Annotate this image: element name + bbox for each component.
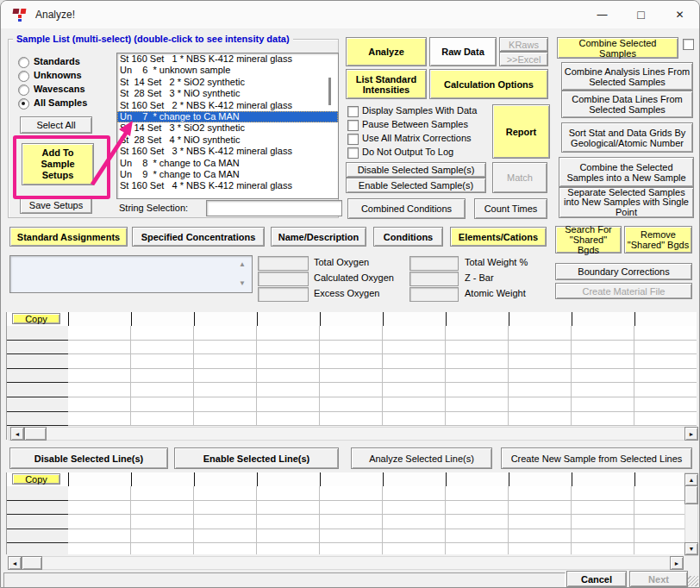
app-icon [12,7,28,22]
combine-analysis-lines-button[interactable]: Combine Analysis Lines From Selected Sam… [561,62,693,91]
sample-list-item[interactable]: Un 6 * unknown sample [117,65,338,76]
radio-all-samples-label[interactable]: All Samples [34,97,87,108]
sample-list-item[interactable]: St 28 Set 4 * NiO synthetic [117,134,338,146]
z-bar-label: Z - Bar [465,272,494,283]
sample-list-item[interactable]: St 160 Set 3 * NBS K-412 mineral glass [117,146,338,157]
data-grid-vscroll-thumb[interactable] [684,485,698,504]
string-selection-label: String Selection: [119,203,188,213]
analyze-selected-lines-button[interactable]: Analyze Selected Line(s) [351,447,492,469]
checkbox-use-all-matrix-corrections-label[interactable]: Use All Matrix Corrections [362,133,472,143]
raw-data-button[interactable]: Raw Data [429,37,497,66]
radio-unknowns-label[interactable]: Unknowns [34,70,82,80]
status-panel [3,572,566,588]
scrollbar-thumb[interactable] [328,78,331,105]
combine-into-new-sample-button[interactable]: Combine the Selected Samples into a New … [559,157,694,187]
radio-all-samples[interactable] [18,98,29,109]
separate-selected-samples-button[interactable]: Separate Selected Samples into New Sampl… [559,187,694,218]
stat-grid-body[interactable] [68,326,697,426]
radio-wavescans-label[interactable]: Wavescans [34,84,85,94]
sample-list-item[interactable]: Un 8 * change to Ca MAN [117,158,338,169]
data-grid-body[interactable] [68,486,684,554]
standard-assignments-button[interactable]: Standard Assignments [9,227,128,247]
checkbox-display-samples-with-data-label[interactable]: Display Samples With Data [362,105,477,116]
scroll-right-icon[interactable]: ► [670,556,684,570]
scroll-left-icon[interactable]: ◄ [8,556,22,570]
data-grid-hscrollbar[interactable] [8,556,684,570]
scroll-down-icon[interactable]: ▼ [684,542,698,555]
sample-list-item[interactable]: St 160 Set 2 * NBS K-412 mineral glass [117,100,338,111]
radio-standards[interactable] [18,57,29,68]
name-description-button[interactable]: Name/Description [271,227,366,247]
count-times-button[interactable]: Count Times [474,198,547,219]
string-selection-input[interactable] [206,200,342,216]
enable-selected-samples-button[interactable]: Enable Selected Sample(s) [346,178,486,193]
checkbox-do-not-output-to-log[interactable] [347,147,359,159]
sample-list-item[interactable]: St 28 Set 3 * NiO synthetic [117,88,338,99]
checkbox-pause-between-samples-label[interactable]: Pause Between Samples [362,119,468,129]
data-grid-copy-button[interactable]: Copy [12,473,60,485]
analyze-button[interactable]: Analyze [346,37,427,66]
specified-concentrations-button[interactable]: Specified Concentrations [132,227,265,247]
checkbox-do-not-output-to-log-label[interactable]: Do Not Output To Log [362,147,453,157]
close-button[interactable]: ✕ [660,1,699,28]
create-new-sample-from-lines-button[interactable]: Create New Sample from Selected Lines [501,447,692,469]
match-button: Match [492,162,547,193]
checkbox-use-all-matrix-corrections[interactable] [347,134,359,145]
stat-grid-copy-button[interactable]: Copy [12,313,60,324]
disable-selected-lines-button[interactable]: Disable Selected Line(s) [9,447,168,469]
scroll-left-icon[interactable]: ◄ [10,427,24,441]
save-setups-button[interactable]: Save Setups [20,196,92,214]
disable-selected-samples-button[interactable]: Disable Selected Sample(s) [346,162,486,178]
scroll-up-icon: ▲ [239,261,246,268]
sort-stat-data-grids-button[interactable]: Sort Stat and Data Grids By Geological/A… [561,122,693,153]
sample-list-item[interactable]: Un 7 * change to Ca MAN [117,111,338,122]
resize-grip[interactable] [688,576,698,586]
cancel-button[interactable]: Cancel [566,571,627,587]
maximize-button[interactable]: □ [622,1,660,28]
data-grid-hscroll-thumb[interactable] [22,556,42,570]
sample-list-item[interactable]: St 160 Set 1 * NBS K-412 mineral glass [117,53,338,65]
calculation-options-button[interactable]: Calculation Options [429,69,548,99]
sample-list-item[interactable]: St 14 Set 2 * SiO2 synthetic [117,77,338,88]
stat-grid-hscroll-thumb[interactable] [24,427,47,441]
titlebar: Analyze! — □ ✕ [1,1,699,28]
data-grid: Copy ▲ ▼ [6,472,697,554]
sample-list-item[interactable]: St 160 Set 4 * NBS K-412 mineral glass [117,180,338,191]
stat-grid-hscrollbar[interactable] [9,427,698,441]
combine-selected-samples-button[interactable]: Combine Selected Samples [557,37,678,59]
checkbox-pause-between-samples[interactable] [347,120,359,131]
checkbox-display-samples-with-data[interactable] [347,106,359,117]
scroll-right-icon[interactable]: ► [684,427,698,441]
stat-grid-row-headers[interactable] [7,326,69,426]
sample-list-item[interactable]: Un 9 * change to Ca MAN [117,169,338,180]
remove-shared-bgds-button[interactable]: Remove "Shared" Bgds [624,226,692,253]
excel-button: >>Excel [499,52,548,66]
select-all-button[interactable]: Select All [20,116,92,134]
sample-list-item[interactable]: St 14 Set 3 * SiO2 synthetic [117,122,338,134]
atomic-weight-field [409,287,459,302]
elements-cations-button[interactable]: Elements/Cations [450,227,547,247]
combined-conditions-button[interactable]: Combined Conditions [347,198,466,219]
combine-selected-samples-checkbox[interactable] [683,39,694,50]
minimize-button[interactable]: — [583,1,622,28]
scroll-down-icon: ▼ [239,280,246,287]
sample-list[interactable]: St 160 Set 1 * NBS K-412 mineral glass U… [116,53,339,199]
boundary-corrections-button[interactable]: Boundary Corrections [555,263,692,280]
report-button[interactable]: Report [492,104,550,159]
radio-standards-label[interactable]: Standards [34,56,80,66]
conditions-button[interactable]: Conditions [373,227,443,247]
total-oxygen-field [258,256,309,271]
combine-data-lines-button[interactable]: Combine Data Lines From Selected Samples [561,91,693,118]
z-bar-field [409,272,459,286]
sample-list-caption: Sample List (multi-select) (double-click… [13,34,293,44]
data-grid-row-headers[interactable] [7,486,69,554]
standard-assignments-list[interactable]: ▲ ▼ [9,255,253,293]
radio-unknowns[interactable] [18,71,29,82]
next-button: Next [629,571,688,587]
enable-selected-lines-button[interactable]: Enable Selected Line(s) [174,447,339,469]
radio-wavescans[interactable] [18,84,29,96]
add-to-sample-setups-button[interactable]: Add To Sample Setups [22,143,94,185]
list-standard-intensities-button[interactable]: List Standard Intensities [346,69,427,99]
scroll-up-icon[interactable]: ▲ [684,473,698,486]
search-shared-bgds-button[interactable]: Search For "Shared" Bgds [555,226,622,253]
